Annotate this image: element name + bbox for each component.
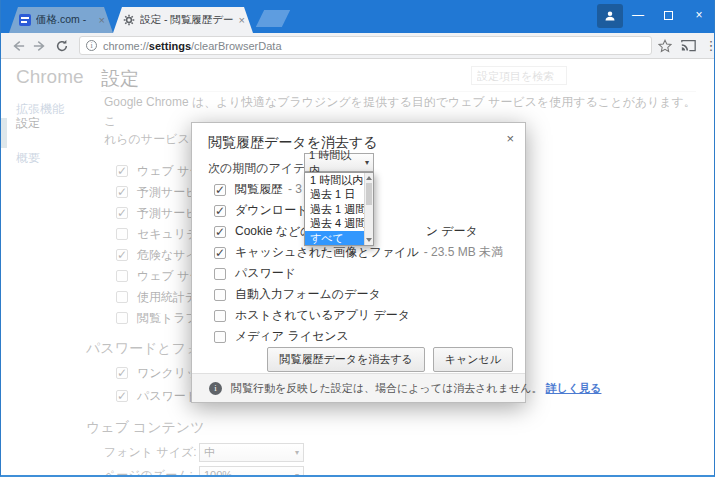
checkbox-icon[interactable] bbox=[214, 184, 226, 196]
info-icon: i bbox=[209, 382, 222, 395]
clear-browsing-data-dialog: 閲覧履歴データを消去する × 次の期間のアイテムを消去: 1 時間以内 ▾ 閲覧… bbox=[191, 122, 526, 403]
maximize-button[interactable] bbox=[653, 0, 683, 30]
checkbox-icon[interactable] bbox=[214, 247, 226, 259]
bookmark-star-icon[interactable] bbox=[655, 36, 675, 56]
scroll-down-icon[interactable] bbox=[366, 238, 372, 242]
checkbox-icon[interactable] bbox=[214, 310, 226, 322]
tab-title: 設定 - 閲覧履歴データを消 bbox=[140, 13, 234, 27]
checkbox-icon[interactable] bbox=[214, 205, 226, 217]
forward-icon[interactable] bbox=[29, 36, 51, 56]
checkbox-icon[interactable] bbox=[214, 331, 226, 343]
tab-close-icon[interactable]: × bbox=[239, 15, 245, 26]
tab-kakaku[interactable]: 価格.com - 「買ってよかった × bbox=[9, 7, 113, 33]
menu-dots-icon[interactable]: ⋮ bbox=[701, 36, 715, 56]
data-type-row[interactable]: 自動入力フォームのデータ bbox=[214, 284, 514, 305]
scroll-up-icon[interactable] bbox=[366, 176, 372, 180]
person-icon bbox=[604, 10, 616, 22]
tab-close-icon[interactable]: × bbox=[99, 15, 105, 26]
url-text: chrome://settings/clearBrowserData bbox=[103, 40, 282, 52]
cast-icon[interactable] bbox=[678, 36, 698, 56]
dialog-footer: i 閲覧行動を反映した設定は、場合によっては消去されません。 詳しく見る bbox=[192, 373, 525, 402]
tab-settings[interactable]: 設定 - 閲覧履歴データを消 × bbox=[113, 7, 253, 33]
reload-icon[interactable] bbox=[51, 36, 73, 56]
cancel-button[interactable]: キャンセル bbox=[433, 347, 513, 372]
minimize-button[interactable]: — bbox=[623, 0, 653, 30]
address-bar[interactable]: i chrome://settings/clearBrowserData bbox=[79, 36, 652, 55]
tab-title: 価格.com - 「買ってよかった bbox=[36, 13, 94, 27]
data-type-row[interactable]: メディア ライセンス bbox=[214, 326, 514, 347]
period-select[interactable]: 1 時間以内 ▾ bbox=[304, 153, 374, 172]
chevron-down-icon: ▾ bbox=[365, 158, 369, 167]
data-type-row[interactable]: ホストされているアプリ データ bbox=[214, 305, 514, 326]
gear-icon bbox=[123, 14, 135, 26]
data-type-row[interactable]: パスワード bbox=[214, 263, 514, 284]
dialog-close-icon[interactable]: × bbox=[506, 131, 514, 146]
checkbox-icon[interactable] bbox=[214, 268, 226, 280]
checkbox-icon[interactable] bbox=[214, 226, 226, 238]
scrollbar-thumb[interactable] bbox=[366, 183, 372, 205]
dropdown-option[interactable]: 1 時間以内 bbox=[305, 173, 373, 187]
profile-button[interactable] bbox=[597, 4, 623, 28]
dropdown-option[interactable]: 過去 1 日 bbox=[305, 187, 373, 201]
checkbox-icon[interactable] bbox=[214, 289, 226, 301]
page-info-icon[interactable]: i bbox=[86, 40, 97, 51]
footer-learn-more-link[interactable]: 詳しく見る bbox=[546, 382, 602, 394]
dropdown-option[interactable]: 過去 1 週間 bbox=[305, 202, 373, 216]
period-dropdown-list: 1 時間以内 過去 1 日 過去 1 週間 過去 4 週間 すべて bbox=[304, 172, 374, 246]
back-icon[interactable] bbox=[7, 36, 29, 56]
title-bar: 価格.com - 「買ってよかった × 設定 - 閲覧履歴データを消 × — × bbox=[1, 0, 714, 33]
dropdown-option[interactable]: 過去 4 週間 bbox=[305, 216, 373, 230]
clear-data-button[interactable]: 閲覧履歴データを消去する bbox=[267, 347, 424, 372]
maximize-icon bbox=[664, 11, 673, 20]
window-close-button[interactable]: × bbox=[684, 0, 714, 30]
browser-toolbar: i chrome://settings/clearBrowserData ⋮ bbox=[1, 33, 714, 59]
kakaku-favicon-icon bbox=[19, 14, 31, 26]
new-tab-button[interactable] bbox=[256, 10, 290, 27]
dropdown-scrollbar[interactable] bbox=[364, 173, 373, 245]
dropdown-option-selected[interactable]: すべて bbox=[305, 231, 373, 245]
browser-window: 価格.com - 「買ってよかった × 設定 - 閲覧履歴データを消 × — × bbox=[0, 0, 715, 477]
